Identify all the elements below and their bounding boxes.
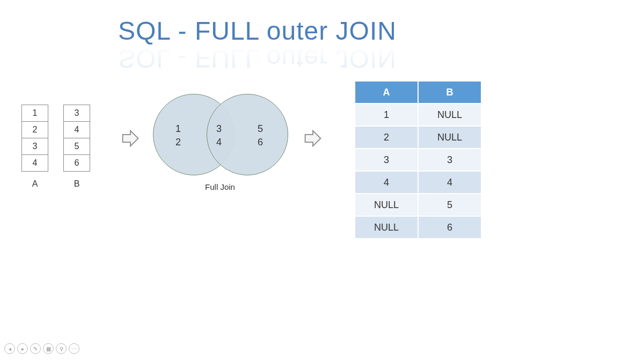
result-cell: 5 [418, 194, 481, 216]
venn-intersection-value: 4 [216, 137, 222, 148]
next-slide-button[interactable]: ▸ [17, 343, 28, 354]
table-a-cell: 1 [22, 105, 48, 122]
svg-marker-0 [123, 131, 138, 146]
page-title: SQL - FULL outer JOIN [118, 16, 397, 46]
result-cell: 4 [355, 171, 418, 194]
result-cell: 1 [355, 104, 418, 126]
table-a-cell: 4 [22, 155, 48, 172]
venn-diagram: 1 2 3 4 5 6 Full Join [153, 94, 292, 201]
pen-tool-button[interactable]: ✎ [30, 343, 41, 354]
venn-label: Full Join [153, 182, 287, 191]
result-cell: NULL [418, 126, 481, 149]
table-a-label: A [32, 179, 38, 189]
venn-right-value: 6 [258, 137, 263, 148]
table-row: NULL 6 [355, 216, 481, 239]
table-a: 1 2 3 4 [21, 105, 48, 172]
source-table-b: 3 4 5 6 B [63, 105, 90, 189]
result-cell: 2 [355, 126, 418, 149]
result-cell: 3 [355, 149, 418, 171]
arrow-right-icon [303, 129, 323, 148]
table-b-cell: 6 [64, 155, 90, 172]
table-b-label: B [74, 179, 80, 189]
source-tables: 1 2 3 4 A 3 4 5 6 B [21, 105, 90, 189]
table-b-cell: 3 [64, 105, 90, 122]
arrow-right-icon [121, 129, 140, 148]
table-a-cell: 2 [22, 122, 48, 138]
presentation-toolbar: ◂ ▸ ✎ ▦ ⚲ ⋯ [4, 343, 79, 354]
result-cell: 4 [418, 171, 481, 194]
source-table-a: 1 2 3 4 A [21, 105, 48, 189]
table-row: 1 NULL [355, 104, 481, 126]
result-table: A B 1 NULL 2 NULL 3 3 4 4 NULL 5 NULL 6 [354, 80, 482, 239]
result-header-b: B [418, 81, 481, 104]
slide-grid-button[interactable]: ▦ [43, 343, 54, 354]
table-row: 4 4 [355, 171, 481, 194]
result-cell: NULL [355, 194, 418, 216]
zoom-button[interactable]: ⚲ [56, 343, 67, 354]
table-b: 3 4 5 6 [63, 105, 90, 172]
table-b-cell: 5 [64, 138, 90, 155]
table-row: NULL 5 [355, 194, 481, 216]
result-cell: 6 [418, 216, 481, 239]
result-cell: NULL [418, 104, 481, 126]
page-title-reflection: SQL - FULL outer JOIN [118, 44, 397, 73]
more-options-button[interactable]: ⋯ [69, 343, 79, 354]
table-row: 2 NULL [355, 126, 481, 149]
venn-right-value: 5 [258, 123, 263, 135]
result-header-a: A [355, 81, 418, 104]
svg-marker-1 [305, 131, 321, 146]
result-cell: 3 [418, 149, 481, 171]
table-row: 3 3 [355, 149, 481, 171]
venn-left-value: 2 [175, 137, 181, 148]
table-b-cell: 4 [64, 122, 90, 138]
venn-intersection-value: 3 [216, 123, 222, 135]
prev-slide-button[interactable]: ◂ [4, 343, 15, 354]
venn-left-value: 1 [175, 123, 181, 135]
venn-circle-right [207, 94, 288, 175]
result-cell: NULL [355, 216, 418, 239]
table-a-cell: 3 [22, 138, 48, 155]
